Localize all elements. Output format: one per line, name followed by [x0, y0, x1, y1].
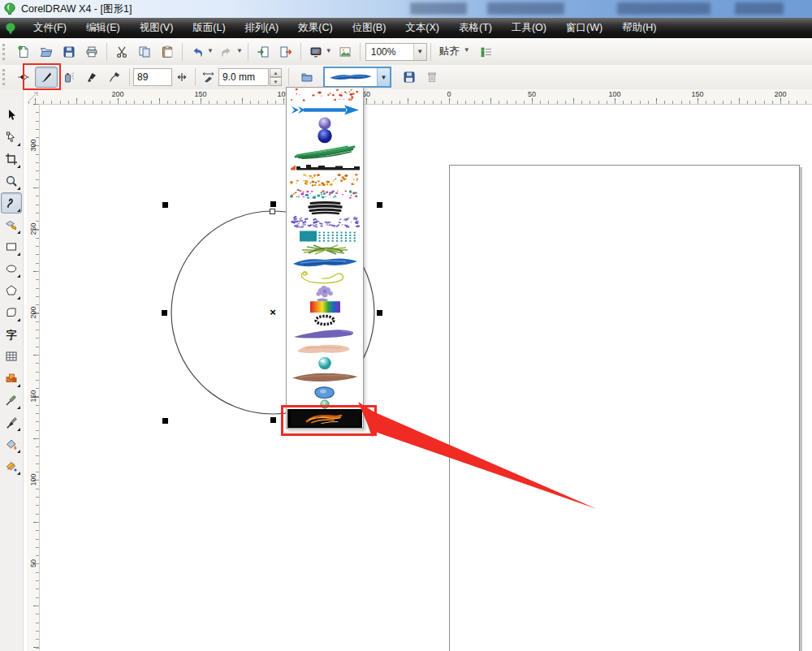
stroke-list-item-confetti-stroke[interactable]: [287, 188, 362, 200]
menu-item-0[interactable]: 文件(F): [24, 19, 76, 37]
blend-tool[interactable]: [1, 368, 22, 389]
calligraphic-mode-button[interactable]: [80, 67, 103, 88]
crop-tool[interactable]: [1, 149, 22, 170]
menu-item-10[interactable]: 窗口(W): [556, 19, 612, 37]
pick-tool[interactable]: [1, 105, 22, 126]
selection-handle[interactable]: [162, 418, 168, 424]
stroke-list-item-violet-taper-stroke[interactable]: [287, 326, 362, 342]
toolbar-drag-handle[interactable]: [2, 69, 8, 85]
zoom-tool[interactable]: [1, 170, 22, 192]
stroke-list-combobox[interactable]: ▼: [323, 67, 391, 88]
stroke-list-item-blue-blob-stroke[interactable]: [287, 385, 362, 399]
brush-mode-button[interactable]: [35, 67, 58, 88]
menu-item-5[interactable]: 效果(C): [288, 19, 342, 37]
selection-handle[interactable]: [270, 417, 276, 423]
stroke-list-item-twin-spheres-stroke[interactable]: [287, 117, 362, 144]
welcome-screen-button[interactable]: [334, 41, 356, 63]
stroke-width-input[interactable]: [218, 68, 269, 86]
horizontal-ruler[interactable]: 20015010050050100150200: [27, 89, 812, 105]
menu-item-3[interactable]: 版面(L): [183, 19, 235, 37]
artistic-media-tool[interactable]: [1, 192, 22, 213]
stroke-list-item-city-skyline-stroke[interactable]: [287, 160, 362, 172]
stroke-list-item-gold-speckle-stroke[interactable]: [287, 172, 362, 188]
stroke-list-item-pink-smear-stroke[interactable]: [287, 342, 362, 356]
stroke-width-spinner[interactable]: ▲ ▼: [270, 68, 282, 86]
snap-to-dropdown[interactable]: 贴齐 ▼: [434, 45, 475, 58]
shape-tool[interactable]: [1, 127, 22, 148]
stroke-list-item-dotted-ring-stroke[interactable]: [287, 314, 362, 326]
copy-button[interactable]: [133, 41, 156, 63]
fill-tool[interactable]: [1, 433, 22, 455]
selection-handle[interactable]: [377, 418, 382, 424]
stroke-list-item-brown-taper-stroke[interactable]: [287, 370, 362, 385]
basic-shapes-tool[interactable]: [1, 302, 22, 323]
cut-button[interactable]: [110, 41, 133, 63]
selection-handle[interactable]: [377, 310, 382, 316]
stroke-list-item-red-speckle-stroke[interactable]: [287, 88, 362, 103]
save-button[interactable]: [58, 41, 80, 63]
selection-handle[interactable]: [377, 202, 382, 208]
open-button[interactable]: [35, 41, 58, 63]
stroke-list-item-black-swash-stack-stroke[interactable]: [287, 200, 362, 215]
import-button[interactable]: [252, 41, 274, 63]
chevron-down-icon[interactable]: ▼: [326, 47, 332, 54]
eyedropper-tool[interactable]: [1, 390, 22, 411]
ellipse-tool[interactable]: [1, 258, 22, 279]
smart-fill-tool[interactable]: [1, 214, 22, 235]
stroke-list-item-lavender-flower-stroke[interactable]: [287, 286, 362, 298]
stroke-dropdown-list[interactable]: [286, 87, 364, 429]
application-launcher-button[interactable]: [304, 41, 327, 63]
print-button[interactable]: [80, 41, 103, 63]
delete-stroke-button[interactable]: [421, 67, 443, 88]
rectangle-tool[interactable]: [1, 236, 22, 257]
chevron-down-icon[interactable]: ▼: [464, 46, 470, 54]
ruler-origin-icon[interactable]: [28, 91, 39, 101]
zoom-level-combobox[interactable]: 100% ▼: [365, 43, 427, 61]
slider-handle-icon[interactable]: [175, 71, 188, 84]
stroke-list-item-yellow-outline-doodle-stroke[interactable]: [287, 269, 362, 286]
save-stroke-button[interactable]: [398, 67, 421, 88]
browse-button[interactable]: [296, 67, 318, 88]
menu-item-11[interactable]: 帮助(H): [612, 19, 666, 37]
spinner-up-icon[interactable]: ▲: [270, 68, 282, 77]
selection-handle[interactable]: [270, 201, 276, 207]
selection-handle[interactable]: [162, 310, 167, 316]
menu-item-6[interactable]: 位图(B): [343, 19, 396, 37]
menu-item-1[interactable]: 编辑(E): [76, 19, 130, 37]
new-document-button[interactable]: [12, 41, 35, 63]
interactive-fill-tool[interactable]: [1, 455, 22, 476]
chevron-down-icon[interactable]: ▼: [377, 68, 390, 86]
stroke-list-item-purple-scatter-stroke[interactable]: [287, 215, 362, 229]
freehand-smoothing-input[interactable]: [133, 68, 172, 86]
curve-node[interactable]: [270, 209, 275, 214]
sprayer-mode-button[interactable]: [58, 67, 80, 88]
selection-handle[interactable]: [162, 202, 168, 208]
preset-mode-button[interactable]: [12, 67, 35, 88]
chevron-down-icon[interactable]: ▼: [236, 47, 243, 54]
paste-button[interactable]: [156, 41, 179, 63]
options-button[interactable]: [475, 41, 498, 63]
pressure-mode-button[interactable]: [103, 67, 126, 88]
redo-button[interactable]: [215, 41, 238, 63]
stroke-list-item-aqua-sphere-stroke[interactable]: [287, 356, 362, 370]
export-button[interactable]: [274, 41, 297, 63]
spinner-down-icon[interactable]: ▼: [270, 77, 282, 86]
menu-item-4[interactable]: 排列(A): [235, 19, 289, 37]
stroke-list-item-orange-flame-stroke[interactable]: [287, 409, 362, 428]
stroke-list-item-blue-smear-stroke[interactable]: [287, 256, 362, 269]
toolbar-drag-handle[interactable]: [2, 44, 8, 60]
undo-button[interactable]: [186, 41, 209, 63]
stroke-list-item-green-grass-stroke[interactable]: [287, 144, 362, 160]
vertical-ruler[interactable]: 30025020015010050: [27, 104, 40, 651]
stroke-list-item-teal-grid-stroke[interactable]: [287, 229, 362, 244]
text-tool[interactable]: 字: [1, 324, 22, 345]
stroke-list-item-green-ball-stroke[interactable]: [287, 399, 362, 409]
table-tool[interactable]: [1, 346, 22, 367]
stroke-list-item-olive-scribble-stroke[interactable]: [287, 244, 362, 256]
chevron-down-icon[interactable]: ▼: [413, 44, 426, 60]
menu-item-8[interactable]: 表格(T): [449, 19, 502, 37]
stroke-list-item-blue-arrow-stroke[interactable]: [287, 103, 362, 117]
menu-item-9[interactable]: 工具(O): [502, 19, 556, 37]
outline-pen-tool[interactable]: [1, 412, 22, 433]
menu-item-7[interactable]: 文本(X): [395, 19, 449, 37]
